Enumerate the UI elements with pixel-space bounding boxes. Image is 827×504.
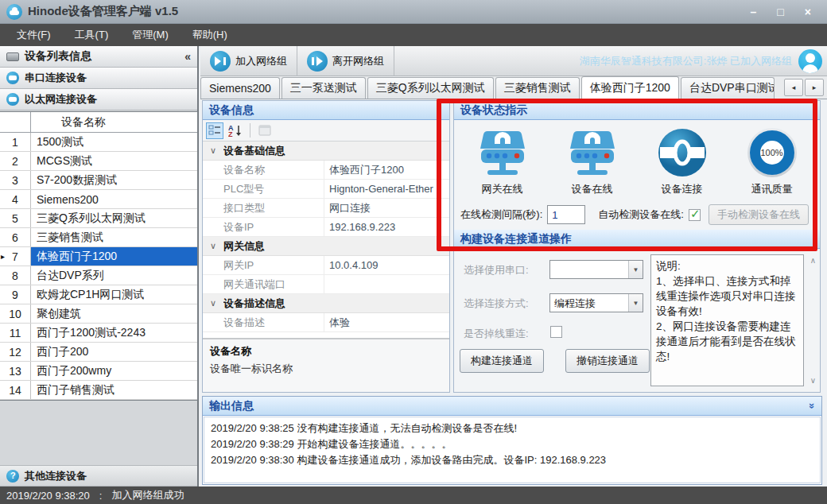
table-row[interactable]: ▸2 MCGS测试 xyxy=(0,152,197,171)
device-name-cell[interactable]: 三菱Q系列以太网测试 xyxy=(31,209,197,227)
reconnect-checkbox[interactable] xyxy=(550,326,562,338)
sidebar-collapse-icon[interactable]: « xyxy=(184,50,191,63)
table-row[interactable]: ▸1 1500测试 xyxy=(0,133,197,152)
device-tab[interactable]: 台达DVP串口测试 xyxy=(681,77,775,99)
device-name-cell[interactable]: S7-200数据测试 xyxy=(31,171,197,189)
property-row[interactable]: ∨ 设备描述信息 xyxy=(203,294,449,313)
menu-item[interactable]: 帮助(H) xyxy=(181,24,239,46)
selected-row-marker-icon: ▸ xyxy=(1,252,5,261)
channel-form: 选择使用串口: ▼ 选择连接方式: 编程连接 ▼ 是否掉线重连: 构建连接通道 … xyxy=(454,249,820,392)
device-name-cell[interactable]: 西门子200wmy xyxy=(31,362,197,380)
property-row[interactable]: 网关IP 10.0.4.109 xyxy=(203,256,449,275)
device-name-cell[interactable]: Siemens200 xyxy=(31,190,197,208)
table-row[interactable]: ▸10 聚创建筑 xyxy=(0,304,197,324)
tab-scroll-left-button[interactable]: ◂ xyxy=(784,79,803,96)
sidebar-title: 设备列表信息 xyxy=(25,49,91,64)
build-channel-button[interactable]: 构建连接通道 xyxy=(460,349,544,373)
device-list-sidebar: 设备列表信息 « 串口连接设备 以太网连接设备 设备名称 ▸1 1500测试 xyxy=(0,46,199,487)
property-row[interactable]: PLC型号 Hignton-General-Ether xyxy=(203,180,449,199)
device-name-cell[interactable]: 聚创建筑 xyxy=(31,304,197,323)
device-name-cell[interactable]: 三菱销售测试 xyxy=(31,228,197,246)
device-tab[interactable]: 三菱销售测试 xyxy=(495,77,580,99)
manual-detect-button[interactable]: 手动检测设备在线 xyxy=(709,204,809,225)
auto-detect-checkbox[interactable] xyxy=(689,209,701,221)
note-line: 说明: xyxy=(656,258,798,273)
join-network-button[interactable]: 加入网络组 xyxy=(200,46,297,76)
title-bar: Hinode设备管理客户端 v1.5 – □ × xyxy=(0,0,827,24)
property-row[interactable]: ∨ 设备基础信息 xyxy=(203,142,449,161)
user-avatar-icon[interactable] xyxy=(798,49,822,73)
property-row[interactable]: 设备描述 体验 xyxy=(203,313,449,332)
table-row[interactable]: ▸12 西门子200 xyxy=(0,343,197,362)
leave-network-button[interactable]: 离开网络组 xyxy=(297,46,394,76)
property-row[interactable]: 设备IP 192.168.9.223 xyxy=(203,218,449,237)
group-serial-devices[interactable]: 串口连接设备 xyxy=(0,68,197,89)
table-row[interactable]: ▸8 台达DVP系列 xyxy=(0,266,197,285)
dropdown-arrow-icon[interactable]: ▼ xyxy=(628,294,643,312)
table-row[interactable]: ▸5 三菱Q系列以太网测试 xyxy=(0,209,197,228)
table-row[interactable]: ▸11 西门子1200测试-2243 xyxy=(0,324,197,343)
minimize-button[interactable]: – xyxy=(751,0,757,24)
device-tab[interactable]: 三菱Q系列以太网测试 xyxy=(367,77,494,99)
device-name-cell[interactable]: 西门子200 xyxy=(31,343,197,361)
note-scrollbar[interactable]: ∧ ∨ xyxy=(807,254,819,386)
property-pages-icon xyxy=(256,122,274,139)
output-collapse-icon[interactable]: » xyxy=(806,403,818,409)
app-logo-icon xyxy=(6,4,22,20)
window-title: Hinode设备管理客户端 v1.5 xyxy=(28,4,178,19)
device-name-cell[interactable]: 1500测试 xyxy=(31,133,197,151)
property-row[interactable]: 网关通讯端口 xyxy=(203,275,449,294)
table-row[interactable]: ▸6 三菱销售测试 xyxy=(0,228,197,247)
output-panel-title: 输出信息 xyxy=(209,399,254,413)
table-row[interactable]: ▸9 欧姆龙CP1H网口测试 xyxy=(0,285,197,304)
table-row[interactable]: ▸13 西门子200wmy xyxy=(0,362,197,381)
note-line: 2、网口连接设备需要构建连接通道后才能看到是否在线状态! xyxy=(656,319,798,364)
device-info-panel: 设备信息 A Z xyxy=(202,100,450,393)
close-button[interactable]: × xyxy=(805,0,811,24)
table-row[interactable]: ▸3 S7-200数据测试 xyxy=(0,171,197,190)
connect-mode-select[interactable]: 编程连接 ▼ xyxy=(549,293,643,312)
group-ethernet-devices[interactable]: 以太网连接设备 xyxy=(0,89,197,110)
categorized-view-icon[interactable] xyxy=(206,122,223,139)
device-name-cell[interactable]: 欧姆龙CP1H网口测试 xyxy=(31,285,197,304)
output-log-area[interactable]: 2019/2/20 9:38:25 没有构建连接通道，无法自动检测设备是否在线!… xyxy=(204,417,821,483)
app-window: Hinode设备管理客户端 v1.5 – □ × 文件(F)工具(T)管理(M)… xyxy=(0,0,827,504)
connect-mode-label: 选择连接方式: xyxy=(464,297,529,311)
menu-item[interactable]: 工具(T) xyxy=(63,24,121,46)
property-row[interactable]: ∨ 网关信息 xyxy=(203,237,449,256)
property-row[interactable]: 设备名称 体验西门子1200 xyxy=(203,161,449,180)
revoke-channel-button[interactable]: 撤销连接通道 xyxy=(565,349,650,373)
table-row[interactable]: ▸4 Siemens200 xyxy=(0,190,197,209)
device-tab[interactable]: Siemens200 xyxy=(200,77,280,99)
category-chevron-icon: ∨ xyxy=(203,298,223,308)
menu-item[interactable]: 管理(M) xyxy=(120,24,181,46)
statusbar-separator: : xyxy=(99,490,103,502)
scroll-down-icon[interactable]: ∨ xyxy=(810,376,816,385)
device-name-cell[interactable]: MCGS测试 xyxy=(31,152,197,170)
device-name-cell[interactable]: 西门子1200测试-2243 xyxy=(31,324,197,342)
device-tab[interactable]: 三一泵送测试 xyxy=(281,77,366,99)
scroll-up-icon[interactable]: ∧ xyxy=(810,256,816,265)
device-name-cell[interactable]: 体验西门子1200 xyxy=(31,247,197,266)
tab-scroll-right-button[interactable]: ▸ xyxy=(805,79,824,96)
property-row[interactable]: 接口类型 网口连接 xyxy=(203,199,449,218)
table-row[interactable]: ▸14 西门子销售测试 xyxy=(0,381,197,400)
device-info-header: 设备信息 xyxy=(203,101,449,120)
group-other-devices[interactable]: 其他连接设备 xyxy=(0,465,197,487)
device-tab[interactable]: 体验西门子1200 xyxy=(581,76,679,99)
login-status-text: 湖南华辰智通科技有限公司:张烨 已加入网络组 xyxy=(580,54,792,68)
table-row[interactable]: ▸7 体验西门子1200 xyxy=(0,247,197,266)
comm-quality-value: 100% xyxy=(760,148,782,157)
device-online-indicator: 设备在线 xyxy=(547,126,637,200)
property-description-box: 设备名称 设备唯一标识名称 xyxy=(203,338,449,392)
device-name-cell[interactable]: 台达DVP系列 xyxy=(31,266,197,285)
device-name-cell[interactable]: 西门子销售测试 xyxy=(31,381,197,399)
interval-input[interactable] xyxy=(547,205,585,224)
leave-network-icon xyxy=(307,51,328,72)
log-line: 2019/2/20 9:38:25 没有构建连接通道，无法自动检测设备是否在线! xyxy=(211,421,813,436)
menu-item[interactable]: 文件(F) xyxy=(5,24,63,46)
dropdown-arrow-icon[interactable]: ▼ xyxy=(628,261,643,278)
serial-port-select[interactable]: ▼ xyxy=(549,260,643,279)
maximize-button[interactable]: □ xyxy=(777,0,783,24)
sort-alphabetical-icon[interactable]: A Z xyxy=(227,122,244,139)
